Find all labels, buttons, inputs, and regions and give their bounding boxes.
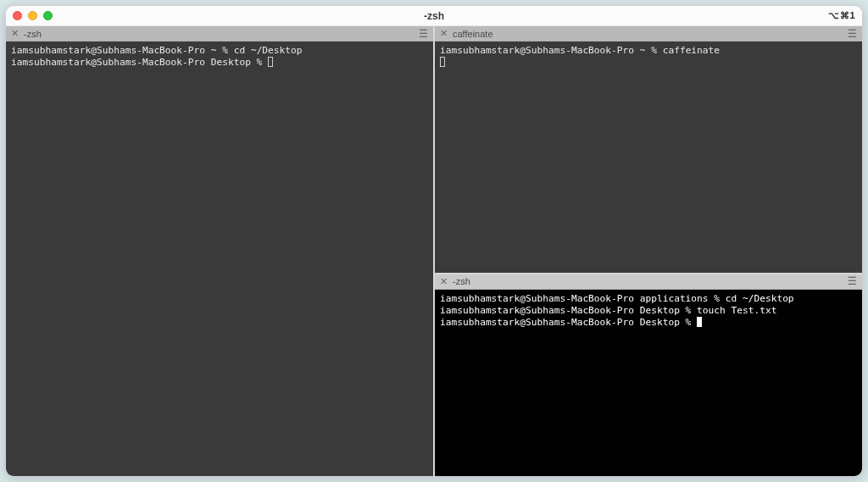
tab-menu-icon[interactable]: ☰ <box>848 276 857 286</box>
prompt: iamsubhamstark@Subhams-MacBook-Pro Deskt… <box>440 317 697 328</box>
command-text: caffeinate <box>663 45 720 56</box>
cursor-icon <box>697 317 702 327</box>
prompt: iamsubhamstark@Subhams-MacBook-Pro ~ % <box>11 45 234 56</box>
prompt: iamsubhamstark@Subhams-MacBook-Pro ~ % <box>440 45 663 56</box>
traffic-lights <box>13 11 53 20</box>
split-panes: ✕ -zsh ☰ iamsubhamstark@Subhams-MacBook-… <box>6 26 862 476</box>
tab-menu-icon[interactable]: ☰ <box>419 29 428 39</box>
tab-title: caffeinate <box>453 29 493 39</box>
tabbar-top-right[interactable]: ✕ caffeinate ☰ <box>435 26 862 42</box>
pane-bottom-right[interactable]: ✕ -zsh ☰ iamsubhamstark@Subhams-MacBook-… <box>435 274 862 476</box>
prompt: iamsubhamstark@Subhams-MacBook-Pro Deskt… <box>440 305 697 316</box>
close-tab-icon[interactable]: ✕ <box>11 29 19 38</box>
close-icon[interactable] <box>13 11 22 20</box>
tabbar-bottom-right[interactable]: ✕ -zsh ☰ <box>435 274 862 290</box>
cursor-icon <box>440 57 445 67</box>
right-column: ✕ caffeinate ☰ iamsubhamstark@Subhams-Ma… <box>435 26 862 476</box>
titlebar[interactable]: -zsh ⌥⌘1 <box>6 6 862 26</box>
minimize-icon[interactable] <box>28 11 37 20</box>
tab-menu-icon[interactable]: ☰ <box>848 29 857 39</box>
prompt: iamsubhamstark@Subhams-MacBook-Pro Deskt… <box>11 57 268 68</box>
zoom-icon[interactable] <box>43 11 53 20</box>
close-tab-icon[interactable]: ✕ <box>440 277 448 286</box>
tab-title: -zsh <box>453 276 470 286</box>
window-title: -zsh <box>6 10 862 22</box>
terminal-body-left[interactable]: iamsubhamstark@Subhams-MacBook-Pro ~ % c… <box>6 42 433 476</box>
command-text: cd ~/Desktop <box>726 293 794 304</box>
terminal-window: -zsh ⌥⌘1 ✕ -zsh ☰ iamsubhamstark@Subhams… <box>5 5 863 477</box>
cursor-icon <box>268 57 273 67</box>
prompt: iamsubhamstark@Subhams-MacBook-Pro appli… <box>440 293 726 304</box>
close-tab-icon[interactable]: ✕ <box>440 29 448 38</box>
command-text: touch Test.txt <box>697 305 776 316</box>
terminal-body-bottom-right[interactable]: iamsubhamstark@Subhams-MacBook-Pro appli… <box>435 290 862 476</box>
command-text: cd ~/Desktop <box>234 45 303 56</box>
terminal-body-top-right[interactable]: iamsubhamstark@Subhams-MacBook-Pro ~ % c… <box>435 42 862 273</box>
tab-title: -zsh <box>24 29 42 39</box>
tabbar-left[interactable]: ✕ -zsh ☰ <box>6 26 433 42</box>
pane-left[interactable]: ✕ -zsh ☰ iamsubhamstark@Subhams-MacBook-… <box>6 26 433 476</box>
pane-top-right[interactable]: ✕ caffeinate ☰ iamsubhamstark@Subhams-Ma… <box>435 26 862 273</box>
window-shortcut: ⌥⌘1 <box>828 10 855 21</box>
